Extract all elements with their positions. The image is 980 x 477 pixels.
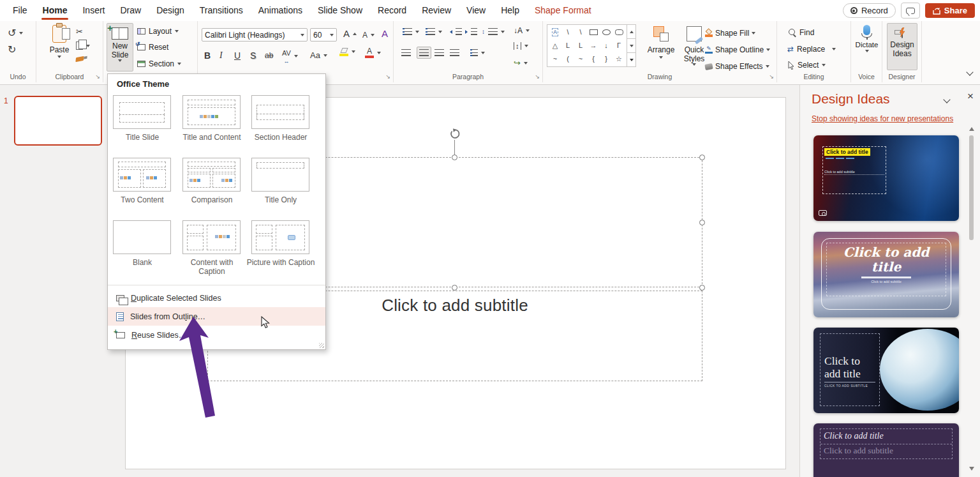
layout-picture-with-caption[interactable] xyxy=(251,220,309,254)
shapes-more-button[interactable] xyxy=(627,52,635,66)
layout-comparison[interactable] xyxy=(182,158,241,192)
layout-blank[interactable] xyxy=(113,220,171,254)
shrink-font-button[interactable]: A xyxy=(362,30,375,40)
tab-draw[interactable]: Draw xyxy=(112,0,149,21)
bullets-button[interactable] xyxy=(403,28,419,35)
line-arrow-shape[interactable]: \ xyxy=(579,29,581,36)
character-spacing-button[interactable]: AV↔ xyxy=(282,48,298,64)
font-name-combo[interactable]: Calibri Light (Headings) xyxy=(202,28,308,42)
layout-title-slide[interactable] xyxy=(113,95,171,129)
highlight-color-button[interactable] xyxy=(339,48,355,56)
layout-two-content[interactable] xyxy=(113,158,171,192)
tab-animations[interactable]: Animations xyxy=(251,0,310,21)
curve-shape[interactable]: ~ xyxy=(579,56,583,63)
down-arrow-shape[interactable]: ↓ xyxy=(604,42,608,49)
design-idea-thumbnail-1[interactable]: Click to add title Click to add subtitle xyxy=(813,135,959,221)
resize-handle-middle-right[interactable] xyxy=(699,220,705,225)
find-button[interactable]: Find xyxy=(789,28,814,37)
panel-close-icon[interactable]: × xyxy=(967,90,974,103)
tab-record[interactable]: Record xyxy=(370,0,414,21)
convert-smartart-button[interactable]: ↪ xyxy=(514,58,528,68)
tab-file[interactable]: File xyxy=(5,0,35,21)
copy-button[interactable] xyxy=(76,42,90,50)
justify-button[interactable] xyxy=(450,49,459,56)
design-idea-thumbnail-3[interactable]: Click to add title CLICK TO ADD SUBTITLE xyxy=(813,328,959,413)
align-text-button[interactable]: ↕ xyxy=(514,42,528,50)
arc-shape[interactable]: ( xyxy=(567,56,569,63)
cut-button[interactable]: ✂ xyxy=(76,27,83,36)
underline-button[interactable]: U xyxy=(234,50,241,61)
bold-button[interactable]: B xyxy=(204,50,211,61)
paragraph-dialog-launcher[interactable]: ↘ xyxy=(535,74,540,80)
line-spacing-button[interactable]: ↕ xyxy=(482,28,505,35)
l-shape[interactable]: Γ xyxy=(617,42,621,49)
comments-button[interactable] xyxy=(901,3,920,19)
select-button[interactable]: Select xyxy=(788,61,826,70)
rectangle-shape[interactable] xyxy=(590,29,598,35)
change-case-button[interactable]: Aa xyxy=(310,50,327,61)
tab-transitions[interactable]: Transitions xyxy=(192,0,251,21)
text-box-shape[interactable]: A xyxy=(552,28,559,36)
grow-font-button[interactable]: A xyxy=(343,29,357,39)
tab-home[interactable]: Home xyxy=(35,0,75,21)
italic-button[interactable]: I xyxy=(219,50,223,61)
section-button[interactable]: Section xyxy=(137,59,181,68)
reset-button[interactable]: ↺Reset xyxy=(137,43,168,52)
redo-button[interactable]: ↻ xyxy=(8,45,16,54)
rotate-handle-icon[interactable] xyxy=(449,128,461,140)
layout-title-and-content[interactable] xyxy=(182,95,241,129)
layout-button[interactable]: Layout xyxy=(137,27,179,36)
tab-help[interactable]: Help xyxy=(493,0,527,21)
text-shadow-button[interactable]: S xyxy=(250,50,256,61)
clear-formatting-button[interactable]: A xyxy=(382,29,388,39)
scrollbar-down-arrow[interactable] xyxy=(969,467,974,471)
new-slide-button[interactable]: + New Slide xyxy=(107,23,133,72)
stop-showing-ideas-link[interactable]: Stop showing ideas for new presentations xyxy=(812,114,953,123)
align-center-button[interactable] xyxy=(417,47,431,59)
menu-item-duplicate-selected-slides[interactable]: Duplicate Selected Slides xyxy=(108,289,325,307)
resize-handle-top-center[interactable] xyxy=(452,155,457,160)
right-brace-shape[interactable]: } xyxy=(605,56,607,63)
text-direction-button[interactable]: ↓A xyxy=(514,26,530,35)
shape-fill-button[interactable]: Shape Fill xyxy=(705,29,755,38)
share-button[interactable]: Share xyxy=(925,3,975,18)
rounded-rectangle-shape[interactable] xyxy=(615,29,623,35)
tab-view[interactable]: View xyxy=(459,0,493,21)
left-brace-shape[interactable]: { xyxy=(592,56,595,63)
undo-button[interactable]: ↺ xyxy=(8,29,23,38)
dictate-button[interactable]: Dictate xyxy=(852,25,881,52)
scrollbar-up-arrow[interactable] xyxy=(969,127,974,131)
align-left-button[interactable] xyxy=(401,49,411,56)
resize-grip[interactable] xyxy=(319,343,324,348)
font-color-button[interactable]: A xyxy=(365,48,381,58)
design-idea-thumbnail-4[interactable]: Click to add title Click to add subtitle xyxy=(813,423,959,477)
design-ideas-button[interactable]: Design Ideas xyxy=(887,23,917,70)
resize-handle-bottom-right[interactable] xyxy=(699,285,705,291)
layout-title-only[interactable] xyxy=(251,158,309,192)
strikethrough-button[interactable]: ab xyxy=(265,50,273,61)
triangle-shape[interactable]: △ xyxy=(553,42,558,49)
record-button[interactable]: Record xyxy=(843,3,896,18)
scrollbar-thumb[interactable] xyxy=(969,135,974,240)
paste-button[interactable]: Paste xyxy=(45,25,73,58)
collapse-ribbon-chevron[interactable] xyxy=(966,68,973,75)
layout-content-with-caption[interactable] xyxy=(182,220,241,254)
slide-thumbnail-1[interactable] xyxy=(14,96,102,146)
shape-effects-button[interactable]: Shape Effects xyxy=(705,62,769,71)
scribble-shape[interactable]: ~ xyxy=(553,56,557,63)
columns-button[interactable] xyxy=(470,49,485,56)
increase-indent-button[interactable] xyxy=(465,28,477,35)
right-arrow-shape[interactable]: → xyxy=(590,42,597,49)
layout-section-header[interactable] xyxy=(251,95,309,129)
replace-button[interactable]: ⇄Replace xyxy=(787,45,836,54)
star-shape[interactable]: ☆ xyxy=(616,56,622,63)
resize-handle-top-right[interactable] xyxy=(699,155,705,160)
line-shape[interactable]: \ xyxy=(567,29,568,36)
arrange-button[interactable]: Arrange xyxy=(645,26,677,59)
tab-slide-show[interactable]: Slide Show xyxy=(310,0,370,21)
align-right-button[interactable] xyxy=(434,49,444,56)
oval-shape[interactable] xyxy=(602,29,611,35)
clipboard-dialog-launcher[interactable]: ↘ xyxy=(95,74,100,80)
drawing-dialog-launcher[interactable]: ↘ xyxy=(769,74,774,80)
tab-review[interactable]: Review xyxy=(414,0,459,21)
